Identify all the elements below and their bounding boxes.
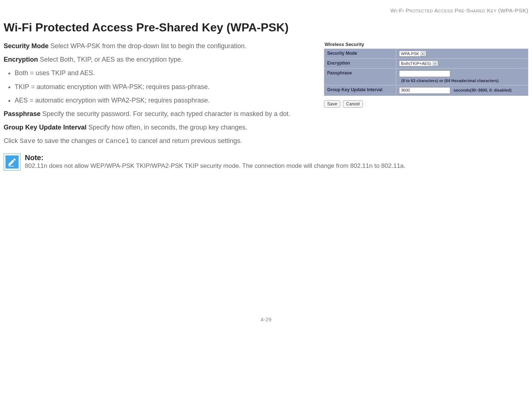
encryption-options-list: Both = uses TKIP and AES. TKIP = automat… — [4, 69, 313, 105]
security-mode-row-label: Security Mode — [324, 49, 396, 59]
passphrase-term: Passphrase — [4, 110, 41, 117]
passphrase-desc: Specify the security password. For secur… — [41, 110, 290, 117]
encryption-row-label: Encryption — [324, 59, 396, 69]
page-title: Wi-Fi Protected Access Pre-Shared Key (W… — [4, 21, 528, 34]
security-form-table: Security Mode WPA-PSK Encryption Both(TK… — [324, 49, 528, 96]
passphrase-row-label: Passphrase — [324, 69, 396, 85]
config-panel-screenshot: Wireless Security Security Mode WPA-PSK … — [324, 42, 528, 108]
save-button[interactable]: Save — [324, 100, 340, 108]
note-label: Note: — [25, 154, 528, 162]
chevron-down-icon — [433, 62, 437, 66]
chevron-down-icon — [421, 52, 425, 56]
encryption-term: Encryption — [4, 56, 38, 63]
group-key-term: Group Key Update Interval — [4, 124, 87, 131]
note-callout: Note: 802.11n does not allow WEP/WPA-PSK… — [4, 154, 528, 170]
table-row: Passphrase (8 to 63 characters) or (64 H… — [324, 69, 528, 85]
save-code: Save — [20, 138, 35, 145]
description-column: Security Mode Select WPA-PSK from the dr… — [4, 42, 313, 109]
group-key-input[interactable]: 3600 — [399, 87, 450, 94]
encryption-value: Both(TKIP+AES) — [401, 61, 431, 66]
table-row: Encryption Both(TKIP+AES) — [324, 59, 528, 69]
encryption-select[interactable]: Both(TKIP+AES) — [399, 61, 438, 66]
passphrase-hint: (8 to 63 characters) or (64 Hexadecimal … — [401, 78, 499, 83]
group-key-desc: Specify how often, in seconds, the group… — [87, 124, 247, 131]
group-key-row-label: Group Key Update Interval — [324, 85, 396, 96]
security-mode-desc: Select WPA-PSK from the drop-down list t… — [49, 42, 246, 50]
list-item: TKIP = automatic encryption with WPA-PSK… — [15, 82, 313, 92]
note-body: 802.11n does not allow WEP/WPA-PSK TKIP/… — [25, 162, 528, 170]
table-row: Group Key Update Interval 3600 seconds(3… — [324, 85, 528, 96]
security-mode-value: WPA-PSK — [401, 51, 419, 56]
security-mode-select[interactable]: WPA-PSK — [399, 51, 426, 57]
note-icon — [4, 154, 20, 170]
group-key-hint: seconds(30~3600, 0: disabled) — [453, 88, 512, 92]
cancel-button[interactable]: Cancel — [343, 100, 363, 108]
panel-section-title: Wireless Security — [324, 42, 528, 47]
click-instruction-mid: to save the changes or — [35, 137, 106, 144]
pencil-icon — [7, 157, 17, 167]
click-instruction-suffix: to cancel and return previous settings. — [129, 137, 242, 144]
list-item: Both = uses TKIP and AES. — [15, 69, 313, 78]
running-header: Wi-Fi Protected Access Pre-Shared Key (W… — [4, 7, 528, 13]
svg-rect-0 — [8, 166, 14, 166]
cancel-code: Cancel — [106, 138, 129, 145]
list-item: AES = automatic encryption with WPA2-PSK… — [15, 96, 313, 105]
page-number: 4-29 — [4, 316, 528, 322]
table-row: Security Mode WPA-PSK — [324, 49, 528, 59]
passphrase-input[interactable] — [399, 70, 450, 77]
click-instruction-prefix: Click — [4, 137, 20, 144]
encryption-desc: Select Both, TKIP, or AES as the encrypt… — [38, 56, 183, 63]
security-mode-term: Security Mode — [4, 42, 49, 50]
